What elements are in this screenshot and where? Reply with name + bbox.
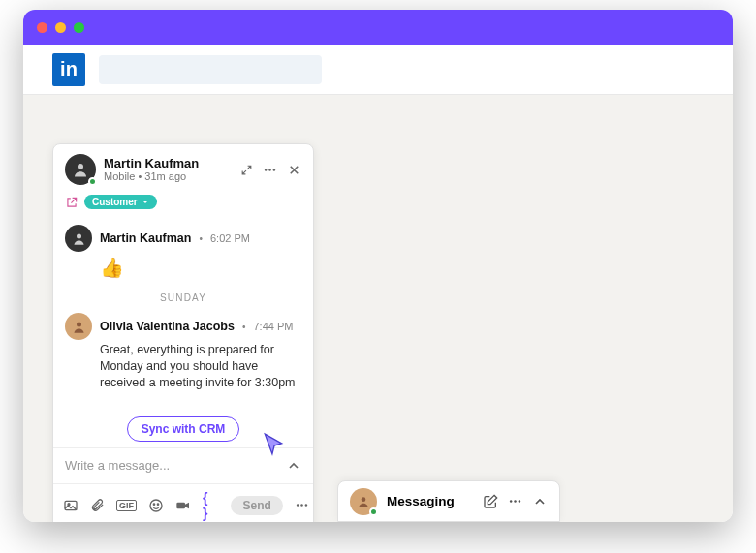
svg-rect-11 [176,502,185,508]
svg-point-14 [304,504,307,507]
svg-point-1 [265,169,268,171]
avatar[interactable] [65,225,92,252]
presence-indicator [88,177,97,186]
more-options-icon[interactable] [508,494,522,508]
message-input[interactable]: Write a message... [65,458,286,473]
expand-icon[interactable] [240,164,253,176]
contact-status: Mobile • 31m ago [104,170,233,183]
svg-point-12 [297,504,299,507]
messaging-bar[interactable]: Messaging [337,480,560,522]
message-time: 7:44 PM [253,321,293,332]
emoji-icon[interactable] [148,498,164,513]
svg-point-2 [268,169,271,171]
thumbs-up-reaction[interactable]: 👍 [100,256,301,279]
more-options-icon[interactable] [263,163,277,177]
site-header: in [23,45,733,95]
messaging-title: Messaging [387,494,473,508]
message-text: Great, everything is prepared for Monday… [100,342,301,391]
svg-point-0 [78,164,83,169]
message: Olivia Valentina Jacobs • 7:44 PM Great,… [53,305,313,399]
titlebar [23,10,733,45]
chevron-up-icon[interactable] [286,458,301,474]
separator: • [199,233,203,244]
svg-point-18 [519,500,521,503]
external-link-icon[interactable] [65,196,79,209]
separator: • [242,322,246,332]
attachment-icon[interactable] [90,498,105,512]
chevron-up-icon[interactable] [532,494,548,509]
svg-point-4 [77,233,81,238]
contact-name: Martin Kaufman [104,156,233,171]
send-button[interactable]: Send [231,496,282,515]
gif-icon[interactable]: GIF [116,500,137,511]
app-window: in Martin Kaufman Mobile • 31m ago [23,10,733,522]
page-body: Martin Kaufman Mobile • 31m ago [23,95,733,522]
image-icon[interactable] [63,498,79,513]
linkedin-logo[interactable]: in [52,53,85,86]
avatar[interactable] [350,488,377,515]
sync-crm-button[interactable]: Sync with CRM [127,416,240,442]
video-icon[interactable] [175,498,191,513]
traffic-lights [37,22,84,33]
search-input[interactable] [99,55,322,84]
compose-toolbar: GIF { } Send [53,483,313,522]
day-divider: SUNDAY [53,287,313,305]
maximize-window-icon[interactable] [74,22,84,33]
avatar[interactable] [65,154,96,185]
sync-section: Sync with CRM [53,399,313,447]
message-author: Olivia Valentina Jacobs [100,320,235,333]
chat-panel: Martin Kaufman Mobile • 31m ago [52,143,314,522]
presence-indicator [369,507,378,516]
minimize-window-icon[interactable] [55,22,66,33]
chat-header: Martin Kaufman Mobile • 31m ago [53,144,313,193]
compose-new-icon[interactable] [483,494,498,509]
svg-point-8 [150,500,162,511]
svg-point-13 [300,504,303,507]
svg-point-16 [510,500,513,503]
close-window-icon[interactable] [37,22,47,33]
more-options-icon[interactable] [295,498,309,512]
svg-point-3 [273,169,276,171]
template-icon[interactable]: { } [203,490,207,521]
message: Martin Kaufman • 6:02 PM 👍 [53,217,313,287]
message-time: 6:02 PM [210,232,250,244]
avatar[interactable] [65,313,92,340]
svg-point-17 [514,500,517,503]
customer-badge[interactable]: Customer [84,195,157,209]
svg-point-9 [153,504,154,505]
badge-row: Customer [53,193,313,217]
svg-point-10 [157,504,158,505]
svg-point-15 [362,497,366,502]
cursor-pointer-icon [261,432,286,457]
svg-point-5 [77,322,81,326]
close-icon[interactable] [287,163,301,177]
message-author: Martin Kaufman [100,231,191,245]
